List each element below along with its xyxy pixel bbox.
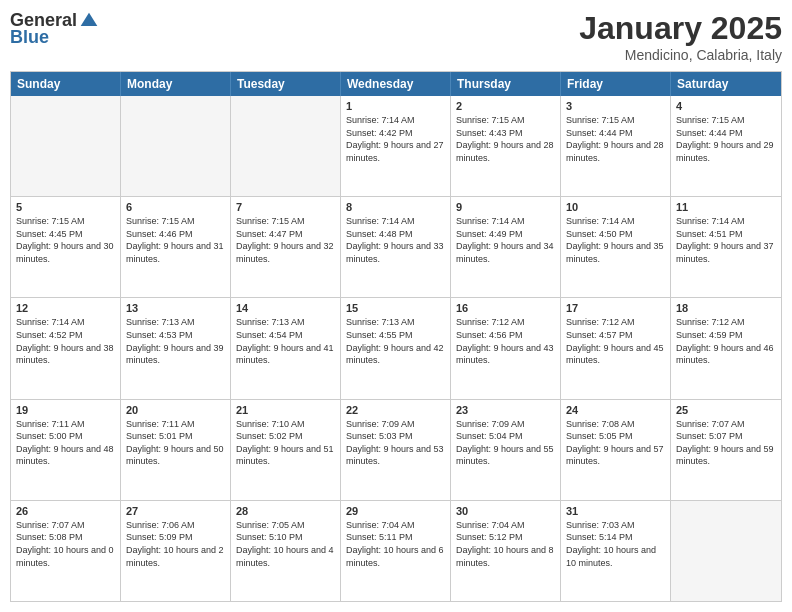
cal-cell-0-4: 2Sunrise: 7:15 AMSunset: 4:43 PMDaylight…: [451, 96, 561, 196]
cal-cell-1-0: 5Sunrise: 7:15 AMSunset: 4:45 PMDaylight…: [11, 197, 121, 297]
header-saturday: Saturday: [671, 72, 781, 96]
cal-cell-1-6: 11Sunrise: 7:14 AMSunset: 4:51 PMDayligh…: [671, 197, 781, 297]
logo-icon: [79, 11, 99, 31]
cell-info: Sunrise: 7:07 AMSunset: 5:07 PMDaylight:…: [676, 418, 776, 468]
month-title: January 2025: [579, 10, 782, 47]
day-number: 26: [16, 505, 115, 517]
day-number: 24: [566, 404, 665, 416]
cell-info: Sunrise: 7:11 AMSunset: 5:01 PMDaylight:…: [126, 418, 225, 468]
location-subtitle: Mendicino, Calabria, Italy: [579, 47, 782, 63]
cell-info: Sunrise: 7:04 AMSunset: 5:12 PMDaylight:…: [456, 519, 555, 569]
header-wednesday: Wednesday: [341, 72, 451, 96]
cal-cell-4-6: [671, 501, 781, 601]
cal-cell-3-5: 24Sunrise: 7:08 AMSunset: 5:05 PMDayligh…: [561, 400, 671, 500]
cell-info: Sunrise: 7:11 AMSunset: 5:00 PMDaylight:…: [16, 418, 115, 468]
title-block: January 2025 Mendicino, Calabria, Italy: [579, 10, 782, 63]
cell-info: Sunrise: 7:14 AMSunset: 4:52 PMDaylight:…: [16, 316, 115, 366]
logo: General Blue: [10, 10, 99, 48]
day-number: 16: [456, 302, 555, 314]
calendar-row-4: 26Sunrise: 7:07 AMSunset: 5:08 PMDayligh…: [11, 500, 781, 601]
cal-cell-4-0: 26Sunrise: 7:07 AMSunset: 5:08 PMDayligh…: [11, 501, 121, 601]
cal-cell-3-0: 19Sunrise: 7:11 AMSunset: 5:00 PMDayligh…: [11, 400, 121, 500]
header: General Blue January 2025 Mendicino, Cal…: [10, 10, 782, 63]
calendar-row-3: 19Sunrise: 7:11 AMSunset: 5:00 PMDayligh…: [11, 399, 781, 500]
cal-cell-0-2: [231, 96, 341, 196]
cell-info: Sunrise: 7:09 AMSunset: 5:03 PMDaylight:…: [346, 418, 445, 468]
day-number: 15: [346, 302, 445, 314]
cal-cell-2-0: 12Sunrise: 7:14 AMSunset: 4:52 PMDayligh…: [11, 298, 121, 398]
day-number: 19: [16, 404, 115, 416]
calendar-header: Sunday Monday Tuesday Wednesday Thursday…: [11, 72, 781, 96]
day-number: 6: [126, 201, 225, 213]
day-number: 7: [236, 201, 335, 213]
cal-cell-1-2: 7Sunrise: 7:15 AMSunset: 4:47 PMDaylight…: [231, 197, 341, 297]
cell-info: Sunrise: 7:12 AMSunset: 4:56 PMDaylight:…: [456, 316, 555, 366]
logo-blue-text: Blue: [10, 27, 49, 48]
cal-cell-4-3: 29Sunrise: 7:04 AMSunset: 5:11 PMDayligh…: [341, 501, 451, 601]
cell-info: Sunrise: 7:12 AMSunset: 4:57 PMDaylight:…: [566, 316, 665, 366]
day-number: 21: [236, 404, 335, 416]
calendar-row-1: 5Sunrise: 7:15 AMSunset: 4:45 PMDaylight…: [11, 196, 781, 297]
day-number: 13: [126, 302, 225, 314]
header-friday: Friday: [561, 72, 671, 96]
day-number: 31: [566, 505, 665, 517]
cell-info: Sunrise: 7:15 AMSunset: 4:45 PMDaylight:…: [16, 215, 115, 265]
day-number: 23: [456, 404, 555, 416]
cell-info: Sunrise: 7:06 AMSunset: 5:09 PMDaylight:…: [126, 519, 225, 569]
cal-cell-0-6: 4Sunrise: 7:15 AMSunset: 4:44 PMDaylight…: [671, 96, 781, 196]
cal-cell-0-0: [11, 96, 121, 196]
header-monday: Monday: [121, 72, 231, 96]
cal-cell-4-5: 31Sunrise: 7:03 AMSunset: 5:14 PMDayligh…: [561, 501, 671, 601]
day-number: 2: [456, 100, 555, 112]
calendar-body: 1Sunrise: 7:14 AMSunset: 4:42 PMDaylight…: [11, 96, 781, 601]
cal-cell-3-4: 23Sunrise: 7:09 AMSunset: 5:04 PMDayligh…: [451, 400, 561, 500]
cell-info: Sunrise: 7:13 AMSunset: 4:54 PMDaylight:…: [236, 316, 335, 366]
header-sunday: Sunday: [11, 72, 121, 96]
cell-info: Sunrise: 7:15 AMSunset: 4:47 PMDaylight:…: [236, 215, 335, 265]
day-number: 30: [456, 505, 555, 517]
cell-info: Sunrise: 7:14 AMSunset: 4:49 PMDaylight:…: [456, 215, 555, 265]
calendar: Sunday Monday Tuesday Wednesday Thursday…: [10, 71, 782, 602]
day-number: 22: [346, 404, 445, 416]
calendar-row-2: 12Sunrise: 7:14 AMSunset: 4:52 PMDayligh…: [11, 297, 781, 398]
cell-info: Sunrise: 7:07 AMSunset: 5:08 PMDaylight:…: [16, 519, 115, 569]
day-number: 5: [16, 201, 115, 213]
cal-cell-1-5: 10Sunrise: 7:14 AMSunset: 4:50 PMDayligh…: [561, 197, 671, 297]
cal-cell-3-2: 21Sunrise: 7:10 AMSunset: 5:02 PMDayligh…: [231, 400, 341, 500]
svg-marker-0: [81, 12, 98, 25]
cal-cell-2-5: 17Sunrise: 7:12 AMSunset: 4:57 PMDayligh…: [561, 298, 671, 398]
cell-info: Sunrise: 7:09 AMSunset: 5:04 PMDaylight:…: [456, 418, 555, 468]
day-number: 1: [346, 100, 445, 112]
day-number: 9: [456, 201, 555, 213]
cal-cell-0-1: [121, 96, 231, 196]
cell-info: Sunrise: 7:08 AMSunset: 5:05 PMDaylight:…: [566, 418, 665, 468]
cal-cell-1-1: 6Sunrise: 7:15 AMSunset: 4:46 PMDaylight…: [121, 197, 231, 297]
day-number: 17: [566, 302, 665, 314]
cell-info: Sunrise: 7:15 AMSunset: 4:44 PMDaylight:…: [676, 114, 776, 164]
day-number: 20: [126, 404, 225, 416]
cal-cell-3-3: 22Sunrise: 7:09 AMSunset: 5:03 PMDayligh…: [341, 400, 451, 500]
cell-info: Sunrise: 7:14 AMSunset: 4:42 PMDaylight:…: [346, 114, 445, 164]
cell-info: Sunrise: 7:12 AMSunset: 4:59 PMDaylight:…: [676, 316, 776, 366]
cal-cell-3-6: 25Sunrise: 7:07 AMSunset: 5:07 PMDayligh…: [671, 400, 781, 500]
cal-cell-2-2: 14Sunrise: 7:13 AMSunset: 4:54 PMDayligh…: [231, 298, 341, 398]
day-number: 11: [676, 201, 776, 213]
cell-info: Sunrise: 7:14 AMSunset: 4:51 PMDaylight:…: [676, 215, 776, 265]
day-number: 14: [236, 302, 335, 314]
cal-cell-1-4: 9Sunrise: 7:14 AMSunset: 4:49 PMDaylight…: [451, 197, 561, 297]
day-number: 12: [16, 302, 115, 314]
cell-info: Sunrise: 7:13 AMSunset: 4:55 PMDaylight:…: [346, 316, 445, 366]
page: General Blue January 2025 Mendicino, Cal…: [0, 0, 792, 612]
cal-cell-2-3: 15Sunrise: 7:13 AMSunset: 4:55 PMDayligh…: [341, 298, 451, 398]
cal-cell-0-3: 1Sunrise: 7:14 AMSunset: 4:42 PMDaylight…: [341, 96, 451, 196]
cal-cell-4-1: 27Sunrise: 7:06 AMSunset: 5:09 PMDayligh…: [121, 501, 231, 601]
cal-cell-1-3: 8Sunrise: 7:14 AMSunset: 4:48 PMDaylight…: [341, 197, 451, 297]
day-number: 27: [126, 505, 225, 517]
day-number: 18: [676, 302, 776, 314]
day-number: 10: [566, 201, 665, 213]
cell-info: Sunrise: 7:05 AMSunset: 5:10 PMDaylight:…: [236, 519, 335, 569]
day-number: 4: [676, 100, 776, 112]
day-number: 25: [676, 404, 776, 416]
cell-info: Sunrise: 7:14 AMSunset: 4:50 PMDaylight:…: [566, 215, 665, 265]
day-number: 28: [236, 505, 335, 517]
